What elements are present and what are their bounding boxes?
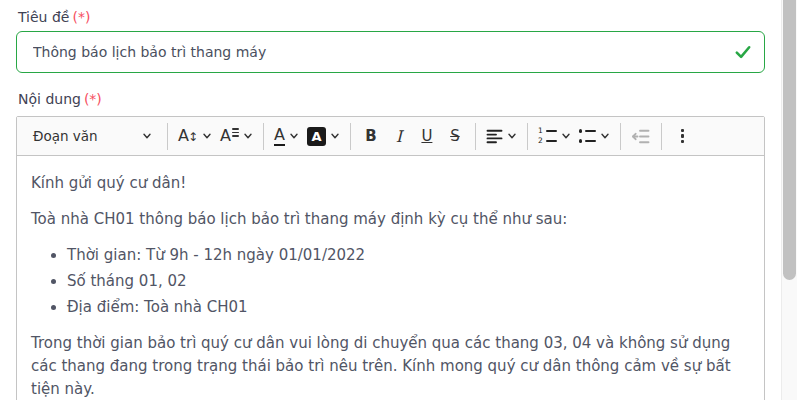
chevron-down-icon (289, 131, 299, 141)
list-item: Địa điểm: Toà nhà CH01 (67, 296, 750, 319)
page-scrollbar-thumb[interactable] (783, 0, 796, 280)
numbered-list-button[interactable]: 1 2 (534, 121, 575, 151)
toolbar-separator (263, 123, 264, 150)
toolbar-separator (475, 123, 476, 150)
align-left-icon (486, 129, 503, 144)
chevron-down-icon (330, 131, 340, 141)
italic-button[interactable]: I (385, 121, 413, 151)
chevron-down-icon (202, 131, 212, 141)
title-input-wrap (16, 31, 765, 73)
rich-text-editor: Đoạn văn A↕ A A (16, 116, 765, 400)
content-field-label: Nội dung(*) (18, 90, 765, 108)
list-item: Số tháng 01, 02 (67, 270, 750, 293)
font-family-button[interactable]: A (216, 121, 257, 151)
toolbar-separator (350, 123, 351, 150)
toolbar-separator (527, 123, 528, 150)
font-color-icon: A (274, 127, 285, 146)
toolbar-separator (661, 123, 662, 150)
list-item: Thời gian: Từ 9h - 12h ngày 01/01/2022 (67, 244, 750, 267)
font-size-icon: A↕ (178, 128, 198, 144)
chevron-down-icon (561, 131, 571, 141)
outdent-button (627, 121, 655, 151)
paragraph-style-dropdown[interactable]: Đoạn văn (23, 121, 161, 151)
numbered-list-icon: 1 2 (538, 128, 557, 144)
font-background-color-button[interactable]: A (303, 121, 344, 151)
editor-toolbar: Đoạn văn A↕ A A (17, 117, 764, 156)
font-size-button[interactable]: A↕ (174, 121, 216, 151)
bulleted-list-button[interactable] (575, 121, 615, 151)
title-label-text: Tiêu đề (18, 9, 69, 25)
notification-form-page: Tiêu đề(*) Nội dung(*) Đoạn văn A↕ (0, 0, 797, 400)
text-alignment-button[interactable] (482, 121, 521, 151)
editor-content-area[interactable]: Kính gửi quý cư dân! Toà nhà CH01 thông … (17, 156, 764, 400)
more-options-button[interactable] (668, 121, 696, 151)
title-field-label: Tiêu đề(*) (18, 8, 765, 26)
editor-paragraph: Toà nhà CH01 thông báo lịch bảo trì than… (31, 208, 750, 231)
page-scrollbar-track[interactable] (781, 0, 797, 400)
form-column: Tiêu đề(*) Nội dung(*) Đoạn văn A↕ (16, 0, 765, 400)
title-input[interactable] (16, 31, 765, 73)
paragraph-style-label: Đoạn văn (33, 128, 98, 144)
strikethrough-button[interactable]: S (441, 121, 469, 151)
outdent-icon (632, 129, 650, 144)
content-required-marker: (*) (84, 91, 102, 107)
font-background-color-icon: A (307, 127, 326, 146)
font-color-button[interactable]: A (270, 121, 303, 151)
title-required-marker: (*) (72, 9, 90, 25)
editor-paragraph: Trong thời gian bảo trì quý cư dân vui l… (31, 332, 750, 400)
more-options-icon (681, 129, 684, 144)
underline-button[interactable]: U (413, 121, 441, 151)
chevron-down-icon (507, 131, 517, 141)
chevron-down-icon (600, 131, 610, 141)
content-label-text: Nội dung (18, 91, 81, 107)
toolbar-separator (167, 123, 168, 150)
chevron-down-icon (243, 131, 253, 141)
font-family-icon: A (220, 128, 239, 144)
bold-button[interactable]: B (357, 121, 385, 151)
bulleted-list-icon (579, 128, 597, 144)
editor-bullet-list: Thời gian: Từ 9h - 12h ngày 01/01/2022 S… (31, 244, 750, 319)
editor-paragraph: Kính gửi quý cư dân! (31, 172, 750, 195)
chevron-down-icon (142, 131, 152, 141)
toolbar-separator (620, 123, 621, 150)
